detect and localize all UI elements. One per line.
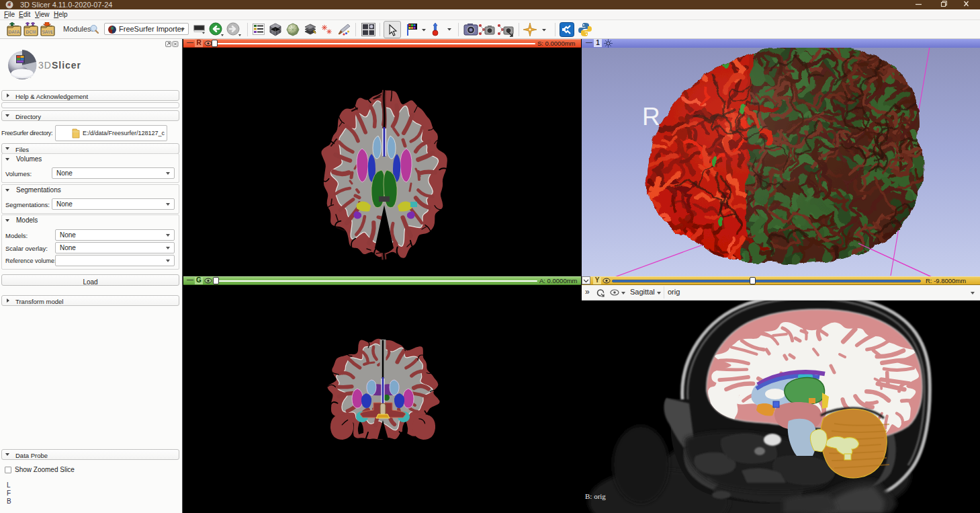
svg-text:DCM: DCM xyxy=(26,30,36,34)
svg-text:R: R xyxy=(642,103,660,130)
svg-text:DATA: DATA xyxy=(8,30,19,34)
svg-text:B: orig: B: orig xyxy=(585,492,606,500)
svg-text:SAVE: SAVE xyxy=(42,30,54,34)
svg-text:3DSlicer: 3DSlicer xyxy=(38,60,81,71)
